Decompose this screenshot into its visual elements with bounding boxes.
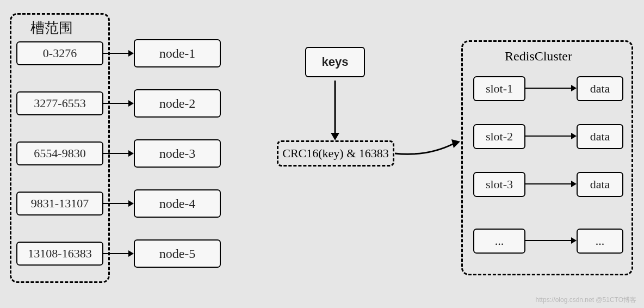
- node-label: node-3: [159, 146, 196, 161]
- arrow-slot-to-data-1: [525, 83, 577, 94]
- data-ellipsis-box: ...: [577, 229, 623, 254]
- slot-range-5: 13108-16383: [16, 242, 103, 266]
- arrow-slot-to-data-2: [525, 131, 577, 141]
- data-label: data: [590, 82, 610, 96]
- arrow-range-to-node-1: [103, 48, 134, 59]
- arrow-range-to-node-4: [103, 198, 134, 209]
- data-2-box: data: [577, 124, 623, 149]
- slot-range-1: 0-3276: [16, 41, 103, 65]
- slot-range-label: 3277-6553: [34, 96, 85, 110]
- redis-cluster-title: RedisCluster: [505, 49, 572, 64]
- svg-marker-18: [571, 181, 577, 187]
- data-1-box: data: [577, 76, 623, 101]
- slot-3-box: slot-3: [473, 172, 525, 197]
- arrow-slot-to-data-3: [525, 178, 577, 189]
- watermark-text: https://olog.csdn.net @51CTO博客: [536, 295, 636, 305]
- node-label: node-2: [159, 96, 196, 111]
- node-3-box: node-3: [134, 139, 221, 168]
- keys-box: keys: [305, 47, 365, 77]
- svg-marker-20: [571, 237, 577, 244]
- slot-range-label: 0-3276: [43, 46, 77, 60]
- data-label: data: [590, 177, 610, 192]
- slot-ellipsis-box: ...: [473, 229, 525, 254]
- node-label: node-4: [159, 196, 196, 211]
- slot-range-4: 9831-13107: [16, 192, 103, 215]
- node-label: node-1: [159, 46, 196, 61]
- svg-marker-1: [128, 50, 134, 57]
- slot-range-label: 9831-13107: [31, 196, 89, 211]
- data-label: ...: [596, 234, 605, 248]
- arrow-range-to-node-5: [103, 248, 134, 259]
- node-5-box: node-5: [134, 239, 221, 268]
- svg-marker-11: [331, 133, 339, 140]
- slot-1-box: slot-1: [473, 76, 525, 101]
- slot-label: slot-1: [486, 82, 513, 96]
- arrow-slot-to-data-4: [525, 235, 577, 246]
- slot-range-title: 槽范围: [30, 19, 73, 38]
- node-4-box: node-4: [134, 189, 221, 218]
- slot-range-label: 6554-9830: [34, 146, 85, 161]
- arrow-hash-to-cluster: [395, 138, 461, 160]
- svg-marker-16: [571, 133, 577, 139]
- slot-label: slot-3: [486, 177, 513, 192]
- slot-range-2: 3277-6553: [16, 91, 103, 115]
- keys-label: keys: [322, 55, 349, 69]
- svg-marker-3: [128, 100, 134, 107]
- slot-range-3: 6554-9830: [16, 141, 103, 165]
- node-1-box: node-1: [134, 39, 221, 67]
- svg-marker-12: [451, 139, 460, 148]
- svg-marker-7: [128, 200, 134, 207]
- svg-marker-5: [128, 150, 134, 157]
- node-2-box: node-2: [134, 89, 221, 118]
- hash-function-box: CRC16(key) & 16383: [277, 140, 394, 167]
- svg-marker-9: [128, 250, 134, 257]
- svg-marker-14: [571, 85, 577, 91]
- hash-function-label: CRC16(key) & 16383: [282, 146, 389, 161]
- slot-range-label: 13108-16383: [28, 247, 91, 261]
- data-label: data: [590, 130, 610, 144]
- arrow-keys-to-hash: [329, 81, 342, 140]
- slot-label: ...: [495, 234, 504, 248]
- node-label: node-5: [159, 247, 196, 261]
- slot-2-box: slot-2: [473, 124, 525, 149]
- arrow-range-to-node-2: [103, 98, 134, 109]
- data-3-box: data: [577, 172, 623, 197]
- slot-label: slot-2: [486, 130, 513, 144]
- arrow-range-to-node-3: [103, 148, 134, 159]
